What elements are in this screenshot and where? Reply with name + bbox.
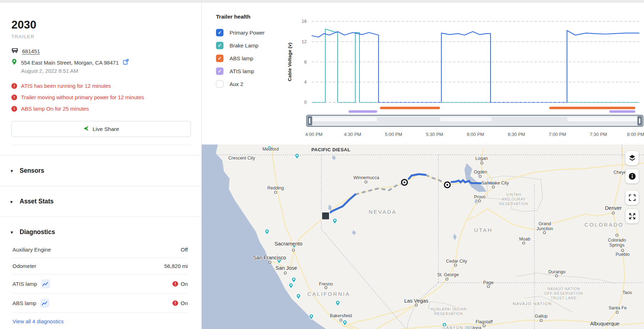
city-dot	[622, 249, 624, 252]
address-row: 554 East Main Street, Morgan, CA 98471	[11, 59, 191, 66]
route-stop-marker[interactable]	[443, 181, 451, 189]
highway	[606, 213, 625, 329]
trailer-health-panel: Trailer health ✓Primary Power✓Brake Lamp…	[202, 0, 644, 145]
city-dot	[325, 287, 327, 289]
city-dot	[483, 325, 485, 327]
diagnostics-table: Auxiliary EngineOffOdometer56,820 miATIS…	[12, 242, 188, 313]
highway	[377, 187, 493, 329]
section-sensors: ▾ Sensors	[0, 156, 201, 186]
map-pin[interactable]	[343, 320, 347, 326]
diagnostic-value: On	[181, 300, 188, 306]
y-tick-label: 16	[302, 19, 307, 24]
trend-chart-icon[interactable]	[41, 279, 50, 288]
alert-text: ABS lamp On for 25 minutes	[21, 106, 89, 112]
live-share-button[interactable]: Live Share	[11, 121, 191, 137]
map-pin[interactable]	[265, 229, 269, 235]
map-pin[interactable]	[295, 153, 299, 159]
live-share-icon	[83, 126, 89, 133]
city-dot	[523, 242, 525, 244]
route-segment	[326, 194, 355, 216]
x-tick-label: 6:30 PM	[508, 132, 525, 137]
highway	[468, 209, 613, 230]
vehicle-row: 681451	[11, 48, 191, 54]
sensors-section-toggle[interactable]: ▾ Sensors	[0, 156, 201, 186]
live-share-label: Live Share	[92, 126, 119, 132]
map-pin[interactable]	[292, 277, 296, 283]
section-gap	[0, 145, 201, 156]
ocean	[202, 145, 326, 329]
diagnostic-label: Odometer	[12, 263, 36, 269]
top-divider	[0, 0, 644, 2]
map-pin[interactable]	[296, 294, 301, 299]
section-asset-stats: ▸ Asset Stats	[0, 186, 201, 217]
city-dot	[340, 319, 342, 321]
city-dot	[543, 232, 545, 234]
diagnostic-row: Odometer56,820 mi	[12, 258, 188, 274]
diagnostic-row: Auxiliary EngineOff	[12, 242, 188, 258]
map-pin[interactable]	[267, 146, 272, 152]
external-link-icon[interactable]	[123, 59, 129, 66]
map-layers-button[interactable]	[625, 151, 639, 165]
diagnostics-section-toggle[interactable]: ▾ Diagnostics	[0, 217, 201, 240]
highway	[294, 216, 326, 249]
city-dot	[269, 261, 271, 263]
alert-icon: !	[11, 106, 17, 112]
section-title: Asset Stats	[20, 198, 54, 205]
diagnostic-label: Auxiliary Engine	[12, 247, 51, 253]
map-pin[interactable]	[289, 283, 293, 289]
city-dot	[284, 272, 286, 274]
city-dot	[454, 264, 457, 266]
page-title: 2030	[11, 19, 191, 31]
y-tick-label: 0	[304, 100, 307, 105]
view-all-diagnostics-link[interactable]: View all 4 diagnostics	[12, 318, 64, 324]
highway	[270, 250, 294, 268]
route-map[interactable]: MedfordPACIFIC DIESALCrescent CityReddin…	[202, 145, 644, 329]
status-bar-abs-lamp	[549, 107, 635, 109]
vehicle-id-link[interactable]: 681451	[22, 48, 40, 54]
map-controls	[625, 151, 639, 223]
x-tick-label: 5:00 PM	[385, 132, 402, 137]
alert-text: Trailer moving without primary power for…	[21, 94, 144, 100]
section-title: Diagnostics	[20, 228, 55, 236]
map-pin[interactable]	[336, 300, 340, 306]
city-dot	[616, 311, 618, 313]
city-dot	[292, 249, 295, 251]
boundary-line	[525, 296, 573, 312]
chevron-down-icon: ▾	[11, 168, 15, 173]
series-brake-lamp	[312, 29, 639, 102]
section-diagnostics: ▾ Diagnostics Auxiliary EngineOffOdomete…	[0, 217, 201, 324]
city-dot	[446, 278, 448, 280]
diagnostic-label: ABS lamp	[12, 300, 36, 306]
truck-icon	[11, 48, 18, 54]
trend-chart-icon[interactable]	[40, 299, 49, 308]
y-tick-label: 12	[302, 39, 307, 44]
series-primary-power	[312, 31, 639, 103]
header-bottom-border	[11, 137, 191, 145]
route-segment	[409, 174, 426, 179]
x-tick-label: 6:00 PM	[467, 132, 484, 137]
city-dot	[275, 191, 277, 193]
highway	[344, 305, 416, 327]
alert-item: !Trailer moving without primary power fo…	[11, 94, 191, 100]
asset-stats-section-toggle[interactable]: ▸ Asset Stats	[0, 186, 201, 217]
city-dot	[492, 186, 494, 188]
map-pin[interactable]	[333, 218, 337, 224]
time-scrubber[interactable]	[307, 115, 643, 126]
x-tick-label: 4:30 PM	[344, 132, 361, 137]
lake	[352, 230, 356, 235]
lake	[464, 163, 487, 192]
status-bar-atis-lamp	[348, 110, 377, 113]
route-stop-marker[interactable]	[401, 178, 408, 186]
map-pin[interactable]	[442, 323, 447, 328]
alert-icon: !	[172, 281, 178, 287]
map-fullscreen-button[interactable]	[625, 191, 639, 205]
x-tick-label: 7:00 PM	[549, 132, 566, 137]
y-tick-label: 8	[304, 60, 307, 65]
map-info-button[interactable]	[625, 169, 639, 183]
asset-location-marker[interactable]	[322, 212, 329, 220]
y-axis-title: Cable Voltage (v)	[287, 42, 292, 81]
alert-text: ATIS has been running for 12 minutes	[21, 83, 111, 89]
diagnostic-value: Off	[181, 247, 188, 253]
map-expand-button[interactable]	[625, 209, 639, 223]
alert-item: !ATIS has been running for 12 minutes	[11, 83, 191, 89]
